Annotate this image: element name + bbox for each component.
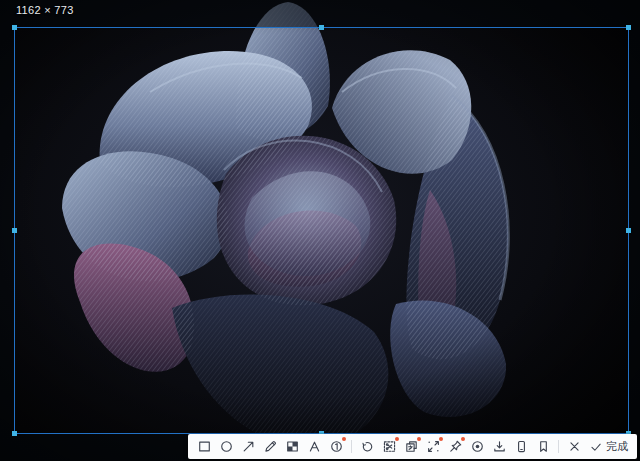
text-icon (307, 439, 322, 454)
notification-badge (417, 437, 421, 441)
selection-handle-top-left[interactable] (12, 25, 17, 30)
phone-icon (514, 439, 529, 454)
save-button[interactable] (489, 436, 509, 457)
record-button[interactable] (467, 436, 487, 457)
pencil-icon (263, 439, 278, 454)
pushpin-icon (448, 439, 463, 454)
download-icon (492, 439, 507, 454)
translate-icon (404, 439, 419, 454)
bookmark-icon (536, 439, 551, 454)
text-tool-button[interactable] (304, 436, 324, 457)
send-to-phone-button[interactable] (511, 436, 531, 457)
screenshot-overlay: 1162 × 773 (0, 0, 640, 461)
mosaic-tool-button[interactable] (282, 436, 302, 457)
notification-badge (461, 437, 465, 441)
favorite-button[interactable] (533, 436, 553, 457)
done-button-label: 完成 (606, 439, 628, 454)
pin-to-screen-button[interactable] (445, 436, 465, 457)
selection-handle-middle-left[interactable] (12, 228, 17, 233)
rectangle-icon (197, 439, 212, 454)
number-badge-icon (329, 439, 344, 454)
selection-size-label: 1162 × 773 (16, 4, 74, 16)
close-icon (567, 439, 582, 454)
notification-badge (439, 437, 443, 441)
number-step-tool-button[interactable] (326, 436, 346, 457)
extract-text-ocr-button[interactable] (423, 436, 443, 457)
toolbar-separator (558, 440, 559, 453)
ellipse-icon (219, 439, 234, 454)
notification-badge (395, 437, 399, 441)
undo-button[interactable] (357, 436, 377, 457)
notification-badge (342, 437, 346, 441)
selection-handle-top-right[interactable] (626, 25, 631, 30)
undo-icon (360, 439, 375, 454)
selection-region[interactable] (14, 27, 629, 434)
selection-handle-bottom-left[interactable] (12, 431, 17, 436)
check-icon (589, 440, 603, 454)
cancel-button[interactable] (564, 436, 584, 457)
screen-record-crop-button[interactable] (379, 436, 399, 457)
arrow-tool-button[interactable] (238, 436, 258, 457)
pencil-tool-button[interactable] (260, 436, 280, 457)
done-button[interactable]: 完成 (586, 436, 631, 457)
selection-handle-middle-right[interactable] (626, 228, 631, 233)
scissors-frame-icon (382, 439, 397, 454)
selection-handle-top-center[interactable] (319, 25, 324, 30)
record-icon (470, 439, 485, 454)
expand-arrows-icon (426, 439, 441, 454)
mosaic-icon (285, 439, 300, 454)
toolbar-separator (351, 440, 352, 453)
arrow-icon (241, 439, 256, 454)
ellipse-tool-button[interactable] (216, 436, 236, 457)
translate-button[interactable] (401, 436, 421, 457)
rectangle-tool-button[interactable] (194, 436, 214, 457)
annotation-toolbar: 完成 (188, 434, 637, 459)
